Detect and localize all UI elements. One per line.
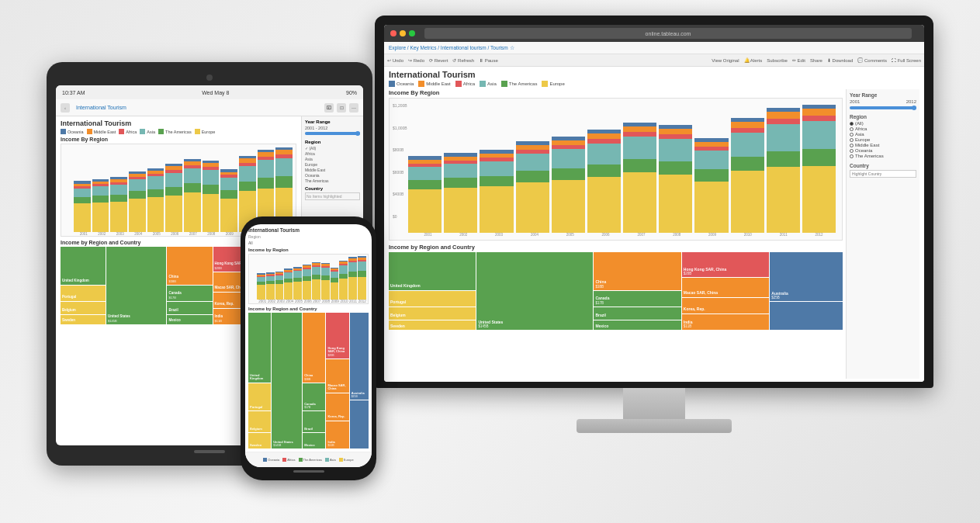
breadcrumb: Explore / Key Metrics / International to… [384, 42, 924, 54]
bar-segment [203, 170, 220, 185]
bar-chart-income-region: $1,200B $1,000B $800B $600B $400B $0 200… [389, 98, 843, 241]
bar-segment [331, 272, 339, 278]
bar-segment [802, 109, 836, 116]
bar-segment [129, 179, 146, 191]
toolbar-refresh[interactable]: ↺ Refresh [452, 57, 474, 63]
maximize-dot[interactable] [409, 30, 415, 36]
radio-americas[interactable]: The Americas [850, 154, 916, 158]
bar-col [284, 256, 293, 300]
tablet-nav-right: ⚿ ⊡ ⋯ [324, 103, 358, 113]
tablet-radio-asia[interactable]: Asia [305, 157, 360, 161]
browser-urlbar[interactable]: online.tableau.com [424, 28, 912, 39]
phone-home-bar [293, 470, 324, 473]
treemap-col: United KingdomPortugalBelgiumSweden [61, 247, 106, 324]
treemap-cell-label: Belgium [62, 309, 104, 313]
toolbar-edit[interactable]: ✏ Edit [792, 57, 805, 63]
radio-oceania-circle [850, 149, 854, 153]
radio-all-label: (All) [855, 121, 864, 126]
toolbar-revert[interactable]: ⟳ Revert [429, 57, 448, 63]
tablet-legend-asia: Asia [140, 129, 155, 134]
treemap-cell-value: $25B [771, 296, 841, 300]
country-section: Country [850, 163, 916, 178]
close-dot[interactable] [390, 30, 397, 36]
tablet-radio-americas[interactable]: The Americas [305, 178, 360, 183]
treemap-cell-label: Sweden [62, 319, 104, 323]
income-by-region-title: Income By Region [389, 89, 843, 96]
radio-oceania[interactable]: Oceania [850, 148, 916, 153]
tablet-yearrange-value: 2001 - 2012 [305, 126, 360, 130]
toolbar-fullscreen[interactable]: ⛶ Full Screen [892, 58, 921, 63]
bar-col [129, 147, 146, 232]
region-section: Region (All) Africa [850, 114, 916, 158]
bar-stack [480, 150, 513, 233]
bar-col [444, 105, 477, 233]
bar-stack [147, 168, 164, 232]
x-label: 2008 [660, 233, 694, 237]
tablet-share-icon[interactable]: ⊡ [337, 103, 346, 113]
radio-middleeast[interactable]: Middle East [850, 143, 916, 147]
legend-oceania: Oceania [389, 81, 414, 87]
bar-segment [303, 269, 311, 276]
legend-americas-label: The Americas [509, 81, 538, 86]
tablet-slider-thumb[interactable] [355, 131, 360, 136]
treemap-cell: Canada$17B [303, 383, 325, 410]
bar-segment [623, 137, 656, 159]
radio-asia[interactable]: Asia [850, 132, 916, 137]
tablet-radio-europe[interactable]: Europe [305, 162, 360, 167]
tablet-radio-all[interactable]: ✓ (All) [305, 146, 360, 151]
bar-segment [339, 265, 348, 273]
x-label: 2010 [340, 300, 348, 303]
tablet-asia-dot [140, 129, 145, 134]
toolbar-subscribe[interactable]: Subscribe [767, 58, 788, 63]
slider-thumb[interactable] [912, 106, 916, 110]
treemap-cell: Canada$17B [594, 291, 680, 307]
toolbar-undo[interactable]: ↩ Undo [387, 57, 403, 63]
minimize-dot[interactable] [400, 30, 406, 36]
bar-col [731, 105, 764, 233]
treemap-cell-value: $145B [478, 324, 591, 328]
treemap-cell-value: $20B [684, 272, 767, 275]
monitor-browser: online.tableau.com Explore / Key Metrics… [384, 25, 924, 382]
tablet-back-btn[interactable]: ‹ [61, 103, 70, 113]
treemap-cell-value: $11B [684, 324, 767, 328]
phone-region-value: All [248, 241, 369, 245]
bar-stack [731, 118, 764, 233]
treemap-cell: Mexico [167, 315, 212, 324]
tablet-oceania-label: Oceania [68, 130, 84, 134]
country-input[interactable] [850, 170, 916, 178]
radio-all[interactable]: (All) [850, 121, 916, 126]
tablet-slider[interactable] [305, 132, 360, 135]
tablet-radio-oceania[interactable]: Oceania [305, 173, 360, 178]
toolbar-download[interactable]: ⬇ Download [827, 57, 853, 63]
radio-africa-label: Africa [855, 126, 867, 131]
tablet-radio-africa[interactable]: Africa [305, 151, 360, 156]
toolbar-share[interactable]: Share [810, 58, 822, 63]
bar-segment [694, 169, 728, 182]
bar-chart-inner: $1,200B $1,000B $800B $600B $400B $0 [393, 102, 839, 233]
bar-col [303, 256, 311, 300]
x-label: 2002 [94, 232, 111, 236]
radio-europe-label: Europe [855, 137, 870, 142]
toolbar-comments[interactable]: 💬 Comments [857, 57, 887, 63]
radio-europe[interactable]: Europe [850, 137, 916, 142]
toolbar-vieworiginal[interactable]: View Original [712, 58, 739, 63]
bar-segment [147, 176, 164, 189]
radio-africa[interactable]: Africa [850, 126, 916, 131]
toolbar-redo[interactable]: ↪ Redo [408, 57, 424, 63]
year-range-slider[interactable] [850, 106, 916, 109]
year-end: 2012 [906, 99, 916, 104]
tablet-wifi-icon: ⚿ [324, 103, 334, 113]
tablet-menu-icon[interactable]: ⋯ [349, 103, 358, 113]
tableau-title: International Tourism [389, 70, 919, 79]
treemap-cell-label: Portugal [250, 406, 269, 409]
treemap-cell: Canada$17B [167, 286, 212, 301]
bar-segment [74, 189, 91, 198]
bar-stack [694, 138, 728, 233]
bar-segment [480, 176, 513, 186]
toolbar-alerts[interactable]: 🔔 Alerts [744, 57, 763, 63]
tablet-check-middleeast: Middle East [305, 168, 325, 172]
tablet-radio-middleeast[interactable]: Middle East [305, 168, 360, 172]
treemap-col: United States$145B [476, 252, 593, 330]
tablet-europe-label: Europe [202, 130, 216, 134]
toolbar-pause[interactable]: ⏸ Pause [479, 58, 498, 63]
